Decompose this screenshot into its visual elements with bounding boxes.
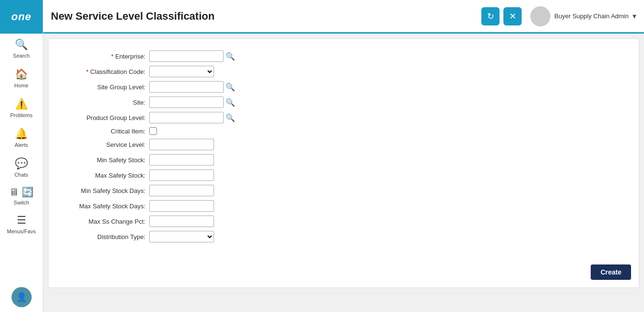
form-card: Enterprise: 🔍 Classification Code: Site … xyxy=(48,38,639,288)
max-safety-stock-field-group: Max Safety Stock: xyxy=(58,169,629,181)
user-section: Buyer Supply Chain Admin ▾ xyxy=(530,6,636,26)
enterprise-input[interactable] xyxy=(149,50,224,62)
max-ss-change-pct-field-group: Max Ss Change Pct: xyxy=(58,216,629,227)
home-icon: 🏠 xyxy=(15,68,28,81)
switch-screen-icon: 🖥 xyxy=(9,187,19,198)
classification-code-select[interactable] xyxy=(149,66,214,77)
site-search-button[interactable]: 🔍 xyxy=(225,96,236,108)
avatar[interactable]: 👤 xyxy=(12,287,32,307)
logo-text: one xyxy=(11,11,31,23)
sidebar-bottom: 👤 xyxy=(0,287,43,312)
classification-code-label: Classification Code: xyxy=(58,68,149,75)
main-area: New Service Level Classification ↻ ✕ Buy… xyxy=(43,0,644,312)
max-ss-change-pct-input[interactable] xyxy=(149,216,214,227)
sidebar-item-label: Alerts xyxy=(14,142,28,148)
distribution-type-label: Distribution Type: xyxy=(58,233,149,240)
menu-icon: ☰ xyxy=(17,214,26,227)
sidebar-item-label: Problems xyxy=(10,112,32,118)
page-title: New Service Level Classification xyxy=(51,10,481,23)
service-level-label: Service Level: xyxy=(58,141,149,148)
chat-icon: 💬 xyxy=(15,157,28,170)
max-safety-stock-days-field-group: Max Safety Stock Days: xyxy=(58,200,629,212)
avatar-icon: 👤 xyxy=(16,292,27,302)
max-safety-stock-days-label: Max Safety Stock Days: xyxy=(58,203,149,210)
min-safety-stock-field-group: Min Safety Stock: xyxy=(58,154,629,166)
sidebar-item-home[interactable]: 🏠 Home xyxy=(0,63,43,93)
user-dropdown-button[interactable]: ▾ xyxy=(632,12,636,21)
sidebar-item-switch[interactable]: 🖥 🔄 Switch xyxy=(0,182,43,209)
min-safety-stock-days-input[interactable] xyxy=(149,185,214,196)
max-ss-change-pct-label: Max Ss Change Pct: xyxy=(58,218,149,225)
user-name: Buyer Supply Chain Admin xyxy=(554,12,629,20)
distribution-type-select[interactable] xyxy=(149,231,214,242)
critical-item-field-group: Critical Item: xyxy=(58,127,629,135)
site-field-group: Site: 🔍 xyxy=(58,96,629,108)
classification-code-field-group: Classification Code: xyxy=(58,66,629,77)
distribution-type-field-group: Distribution Type: xyxy=(58,231,629,242)
sidebar: one 🔍 Search 🏠 Home ⚠️ Problems 🔔 Alerts… xyxy=(0,0,43,312)
sidebar-item-chats[interactable]: 💬 Chats xyxy=(0,153,43,182)
enterprise-label: Enterprise: xyxy=(58,53,149,60)
refresh-icon: ↻ xyxy=(487,11,494,22)
sidebar-item-menus[interactable]: ☰ Menus/Favs xyxy=(0,209,43,239)
sidebar-item-label: Menus/Favs xyxy=(7,228,36,234)
service-level-field-group: Service Level: xyxy=(58,139,629,150)
sidebar-item-search[interactable]: 🔍 Search xyxy=(0,34,43,63)
warning-icon: ⚠️ xyxy=(15,98,28,110)
create-button[interactable]: Create xyxy=(591,264,631,280)
site-group-level-label: Site Group Level: xyxy=(58,84,149,91)
min-safety-stock-days-label: Min Safety Stock Days: xyxy=(58,187,149,194)
product-group-level-field-group: Product Group Level: 🔍 xyxy=(58,112,629,123)
bell-icon: 🔔 xyxy=(15,128,28,140)
sidebar-item-label: Switch xyxy=(13,200,29,205)
max-safety-stock-days-input[interactable] xyxy=(149,200,214,212)
sidebar-item-label: Chats xyxy=(14,172,28,178)
enterprise-search-button[interactable]: 🔍 xyxy=(225,50,236,62)
critical-item-checkbox[interactable] xyxy=(149,127,157,135)
min-safety-stock-input[interactable] xyxy=(149,154,214,166)
site-group-level-input[interactable] xyxy=(149,81,224,93)
sidebar-item-alerts[interactable]: 🔔 Alerts xyxy=(0,123,43,153)
content-area: Enterprise: 🔍 Classification Code: Site … xyxy=(43,34,644,312)
service-level-input[interactable] xyxy=(149,139,214,150)
topbar-actions: ↻ ✕ Buyer Supply Chain Admin ▾ xyxy=(481,6,636,26)
switch-icons: 🖥 🔄 xyxy=(9,186,34,198)
enterprise-field-group: Enterprise: 🔍 xyxy=(58,50,629,62)
product-group-level-input[interactable] xyxy=(149,112,224,123)
site-group-level-field-group: Site Group Level: 🔍 xyxy=(58,81,629,93)
user-avatar xyxy=(530,6,550,26)
close-icon: ✕ xyxy=(509,11,516,22)
site-input[interactable] xyxy=(149,96,224,108)
product-group-level-search-button[interactable]: 🔍 xyxy=(225,112,236,123)
search-icon: 🔍 xyxy=(15,38,28,51)
refresh-button[interactable]: ↻ xyxy=(481,7,500,25)
min-safety-stock-label: Min Safety Stock: xyxy=(58,156,149,164)
topbar: New Service Level Classification ↻ ✕ Buy… xyxy=(43,0,644,34)
min-safety-stock-days-field-group: Min Safety Stock Days: xyxy=(58,185,629,196)
site-group-level-search-button[interactable]: 🔍 xyxy=(225,81,236,93)
site-label: Site: xyxy=(58,99,149,106)
product-group-level-label: Product Group Level: xyxy=(58,114,149,121)
sidebar-item-label: Search xyxy=(13,53,30,59)
sidebar-item-label: Home xyxy=(14,83,28,88)
close-button[interactable]: ✕ xyxy=(503,7,522,25)
sidebar-item-problems[interactable]: ⚠️ Problems xyxy=(0,93,43,123)
logo[interactable]: one xyxy=(0,0,43,34)
critical-item-label: Critical Item: xyxy=(58,128,149,135)
max-safety-stock-label: Max Safety Stock: xyxy=(58,172,149,179)
switch-arrows-icon: 🔄 xyxy=(22,186,34,198)
max-safety-stock-input[interactable] xyxy=(149,169,214,181)
